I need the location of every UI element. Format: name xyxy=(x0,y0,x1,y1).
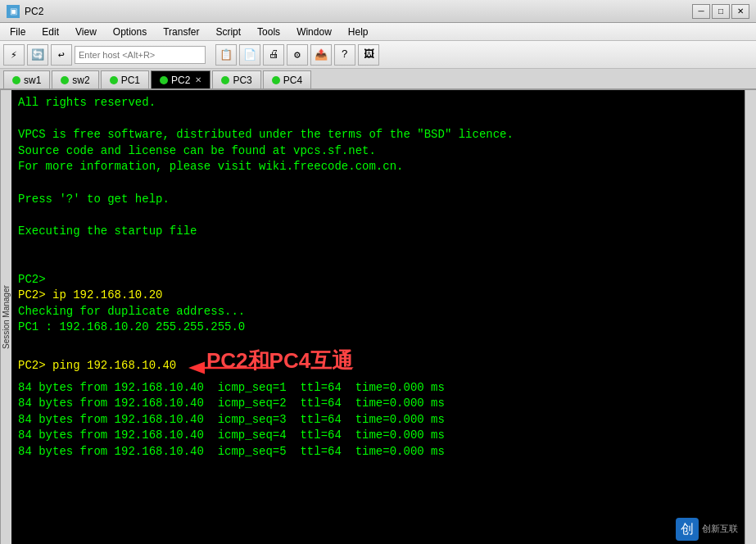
menu-tools[interactable]: Tools xyxy=(251,25,287,39)
tab-label-pc1: PC1 xyxy=(121,75,140,86)
toolbar-paste[interactable]: 📄 xyxy=(239,44,260,66)
toolbar-settings[interactable]: ⚙ xyxy=(287,44,308,66)
tab-label-sw1: sw1 xyxy=(24,75,41,86)
terminal-line-5: For more information, please visit wiki.… xyxy=(18,159,738,175)
menu-transfer[interactable]: Transfer xyxy=(156,25,206,39)
tab-dot-pc3 xyxy=(221,76,229,84)
tab-sw1[interactable]: sw1 xyxy=(3,70,50,88)
terminal-line-17: PC2> ping 192.168.10.40 xyxy=(18,358,176,374)
annotation-text: PC2和PC4互通 xyxy=(206,346,353,375)
tab-dot-sw2 xyxy=(61,76,69,84)
terminal-line-16 xyxy=(18,336,738,352)
maximize-button[interactable]: □ xyxy=(712,4,730,19)
menu-file[interactable]: File xyxy=(3,25,32,39)
tab-pc1[interactable]: PC1 xyxy=(101,70,149,88)
title-bar: ▣ PC2 ─ □ ✕ xyxy=(0,0,756,23)
terminal-line-13: PC2> ip 192.168.10.20 xyxy=(18,288,738,304)
toolbar-help[interactable]: ? xyxy=(334,44,355,66)
tab-dot-sw1 xyxy=(12,76,20,84)
toolbar-lightning[interactable]: ⚡ xyxy=(3,44,25,66)
terminal-line-8 xyxy=(18,207,738,224)
terminal-line-14: Checking for duplicate address... xyxy=(18,304,738,320)
menu-edit[interactable]: Edit xyxy=(35,25,66,39)
terminal-line-9: Executing the startup file xyxy=(18,224,738,240)
terminal-line-12: PC2> xyxy=(18,272,738,288)
terminal-line-10 xyxy=(18,239,738,256)
menu-script[interactable]: Script xyxy=(209,25,247,39)
toolbar-print[interactable]: 🖨 xyxy=(263,44,284,66)
terminal-line-3: VPCS is free software, distributed under… xyxy=(18,127,738,143)
menu-window[interactable]: Window xyxy=(290,25,338,39)
tab-label-pc2: PC2 xyxy=(171,75,190,86)
toolbar-copy[interactable]: 📋 xyxy=(215,44,237,66)
tab-bar: sw1 sw2 PC1 PC2 ✕ PC3 PC4 xyxy=(0,69,756,90)
terminal-line-22: 84 bytes from 192.168.10.40 icmp_seq=5 t… xyxy=(18,444,738,460)
toolbar-refresh[interactable]: 🔄 xyxy=(27,44,48,66)
tab-label-sw2: sw2 xyxy=(72,75,89,86)
terminal[interactable]: All rights reserved. VPCS is free softwa… xyxy=(11,90,745,544)
terminal-line-15: PC1 : 192.168.10.20 255.255.255.0 xyxy=(18,320,738,336)
terminal-line-21: 84 bytes from 192.168.10.40 icmp_seq=4 t… xyxy=(18,428,738,444)
terminal-line-2 xyxy=(18,111,738,128)
terminal-line-7: Press '?' to get help. xyxy=(18,192,738,208)
menu-bar: File Edit View Options Transfer Script T… xyxy=(0,23,756,41)
window-title: PC2 xyxy=(25,6,692,17)
minimize-button[interactable]: ─ xyxy=(692,4,710,19)
tab-close-pc2[interactable]: ✕ xyxy=(195,75,201,84)
terminal-line-19: 84 bytes from 192.168.10.40 icmp_seq=2 t… xyxy=(18,396,738,412)
tab-dot-pc4 xyxy=(272,76,280,84)
tab-label-pc4: PC4 xyxy=(283,75,302,86)
close-button[interactable]: ✕ xyxy=(731,4,749,19)
toolbar-screenshot[interactable]: 🖼 xyxy=(358,44,379,66)
tab-pc4[interactable]: PC4 xyxy=(263,70,311,88)
tab-pc2[interactable]: PC2 ✕ xyxy=(151,70,211,88)
terminal-line-18: 84 bytes from 192.168.10.40 icmp_seq=1 t… xyxy=(18,380,738,397)
tab-sw2[interactable]: sw2 xyxy=(52,70,98,88)
session-manager-label: Session Manager xyxy=(0,90,11,544)
terminal-line-4: Source code and license can be found at … xyxy=(18,143,738,160)
menu-help[interactable]: Help xyxy=(342,25,375,39)
terminal-line-20: 84 bytes from 192.168.10.40 icmp_seq=3 t… xyxy=(18,412,738,428)
menu-options[interactable]: Options xyxy=(106,25,153,39)
watermark-logo: 创 xyxy=(676,518,699,541)
tab-dot-pc2 xyxy=(160,76,168,84)
host-input[interactable] xyxy=(75,46,206,64)
toolbar: ⚡ 🔄 ↩ 📋 📄 🖨 ⚙ 📤 ? 🖼 xyxy=(0,41,756,69)
toolbar-back[interactable]: ↩ xyxy=(51,44,72,66)
terminal-line-1: All rights reserved. xyxy=(18,95,738,111)
scroll-area[interactable] xyxy=(745,90,756,544)
menu-view[interactable]: View xyxy=(69,25,103,39)
window-controls: ─ □ ✕ xyxy=(692,4,749,19)
app-icon: ▣ xyxy=(7,5,20,18)
toolbar-upload[interactable]: 📤 xyxy=(310,44,332,66)
tab-pc3[interactable]: PC3 xyxy=(212,70,260,88)
tab-dot-pc1 xyxy=(110,76,118,84)
tab-label-pc3: PC3 xyxy=(233,75,251,86)
watermark: 创 创新互联 xyxy=(676,518,738,541)
watermark-text: 创新互联 xyxy=(702,523,738,535)
main-area: Session Manager All rights reserved. VPC… xyxy=(0,90,756,544)
terminal-line-11 xyxy=(18,256,738,272)
terminal-line-6 xyxy=(18,175,738,192)
